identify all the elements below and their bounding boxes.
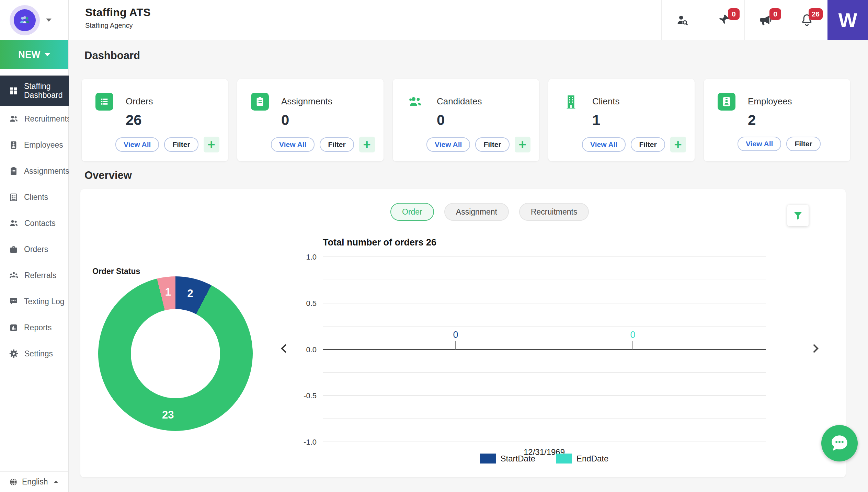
main-content: Dashboard Orders 26 View All Filter +	[69, 40, 868, 492]
orders-list-icon	[95, 93, 113, 111]
filter-button[interactable]: Filter	[164, 137, 198, 152]
language-label: English	[22, 477, 48, 487]
language-selector[interactable]: English	[0, 471, 68, 492]
chat-fab-button[interactable]	[821, 425, 858, 461]
sidebar-item-label: Contacts	[24, 219, 56, 228]
card-count: 0	[437, 112, 539, 128]
svg-text:0: 0	[630, 330, 635, 340]
bar-chart-icon	[9, 323, 18, 332]
filter-button[interactable]: Filter	[631, 137, 665, 152]
svg-text:-0.5: -0.5	[304, 391, 317, 400]
sidebar-item-clients[interactable]: Clients	[0, 184, 68, 210]
sidebar-item-orders[interactable]: Orders	[0, 236, 68, 262]
brand: Staffing ATS Staffing Agency	[85, 6, 151, 30]
sidebar-item-label: Recruitments	[24, 114, 71, 124]
view-all-button[interactable]: View All	[115, 137, 159, 152]
client-building-icon	[9, 193, 18, 202]
orders-line-chart[interactable]: 1.00.50.0-0.5-1.00012/31/1969	[278, 251, 769, 464]
dashboard-grid-icon	[9, 86, 18, 95]
pinned-items-button[interactable]: 0	[703, 0, 744, 40]
new-button[interactable]: NEW	[0, 40, 68, 69]
chart-filter-button[interactable]	[787, 205, 809, 226]
series-label: StartDate	[501, 454, 535, 464]
line-chart-legend: StartDateEndDate	[323, 454, 766, 464]
orders-card: Orders 26 View All Filter +	[82, 79, 228, 161]
view-all-button[interactable]: View All	[582, 137, 626, 152]
series-legend-item[interactable]: StartDate	[480, 454, 535, 464]
clipboard-icon	[9, 167, 18, 176]
sidebar-item-staffing-dashboard[interactable]: Staffing Dashboard	[0, 76, 69, 106]
donut-ring[interactable]: 2231	[98, 276, 253, 431]
sidebar-item-texting-log[interactable]: Texting Log	[0, 288, 68, 314]
series-swatch-icon	[480, 454, 496, 464]
sidebar-item-label: Settings	[24, 349, 53, 358]
announcements-button[interactable]: 0	[744, 0, 786, 40]
clients-building-icon	[562, 93, 580, 111]
sidebar-item-assignments[interactable]: Assignments	[0, 158, 68, 184]
card-count: 1	[592, 112, 695, 128]
chart-next-button[interactable]	[810, 344, 818, 353]
assignments-clipboard-icon	[251, 93, 269, 111]
sidebar-item-label: Reports	[24, 323, 52, 332]
app-root: Staffing ATS Staffing Agency 0	[0, 0, 868, 492]
stat-cards: Orders 26 View All Filter +	[82, 79, 850, 161]
overview-panel: Order Assignment Recruitments Order Stat…	[80, 189, 846, 477]
view-all-button[interactable]: View All	[271, 137, 315, 152]
referrals-group-icon	[9, 271, 19, 280]
tab-assignment[interactable]: Assignment	[444, 203, 509, 221]
filter-button[interactable]: Filter	[786, 137, 820, 151]
card-title: Employees	[748, 96, 792, 111]
sidebar-item-recruitments[interactable]: Recruitments	[0, 106, 68, 132]
donut-slice-value: 23	[162, 409, 174, 421]
sidebar-item-settings[interactable]: Settings	[0, 341, 68, 367]
card-title: Orders	[126, 96, 153, 111]
people-group-icon	[18, 13, 32, 27]
globe-icon	[9, 478, 18, 487]
sidebar-item-reports[interactable]: Reports	[0, 314, 68, 341]
series-legend-item[interactable]: EndDate	[556, 454, 608, 464]
candidate-search-button[interactable]	[661, 0, 703, 40]
filter-button[interactable]: Filter	[320, 137, 354, 152]
svg-text:-1.0: -1.0	[304, 438, 317, 446]
sidebar-item-referrals[interactable]: Referrals	[0, 262, 68, 288]
view-all-button[interactable]: View All	[426, 137, 470, 152]
add-assignment-button[interactable]: +	[359, 137, 375, 152]
sidebar-item-contacts[interactable]: Contacts	[0, 210, 68, 236]
svg-text:0.0: 0.0	[306, 345, 317, 354]
sidebar-item-label: Clients	[24, 193, 48, 202]
gear-icon	[9, 349, 19, 358]
card-title: Clients	[592, 96, 619, 111]
clients-card: Clients 1 View All Filter +	[548, 79, 695, 161]
people-icon	[9, 114, 19, 124]
svg-text:0.5: 0.5	[306, 299, 317, 308]
add-candidate-button[interactable]: +	[515, 137, 530, 152]
tab-recruitments[interactable]: Recruitments	[519, 203, 589, 221]
tab-order[interactable]: Order	[390, 203, 434, 221]
new-button-label: NEW	[18, 49, 41, 60]
employees-badge-icon	[718, 93, 735, 111]
donut-slice-value: 2	[187, 287, 193, 300]
workspace-switcher[interactable]	[0, 0, 69, 40]
order-status-chart: Order Status 2231 CancelledActiveClosedO…	[92, 267, 140, 276]
card-count: 0	[281, 112, 384, 128]
team-logo-icon	[14, 9, 36, 31]
person-search-icon	[675, 13, 689, 27]
funnel-icon	[793, 210, 803, 221]
svg-text:0: 0	[453, 330, 458, 340]
line-chart-title: Total number of orders 26	[323, 237, 436, 248]
add-order-button[interactable]: +	[204, 137, 219, 152]
chat-bubble-icon	[9, 297, 18, 306]
app-title: Staffing ATS	[85, 6, 151, 19]
add-client-button[interactable]: +	[670, 137, 686, 152]
employees-card: Employees 2 View All Filter	[704, 79, 850, 161]
filter-button[interactable]: Filter	[475, 137, 509, 152]
sidebar-item-employees[interactable]: Employees	[0, 132, 68, 158]
sidebar-item-label: Orders	[24, 245, 48, 254]
user-avatar[interactable]: W	[827, 0, 868, 40]
notifications-button[interactable]: 26	[786, 0, 827, 40]
notifications-badge: 26	[809, 8, 823, 20]
view-all-button[interactable]: View All	[738, 137, 781, 151]
language-caret-icon	[54, 481, 58, 483]
workspace-avatar[interactable]	[10, 5, 40, 35]
candidates-people-icon	[407, 93, 424, 111]
